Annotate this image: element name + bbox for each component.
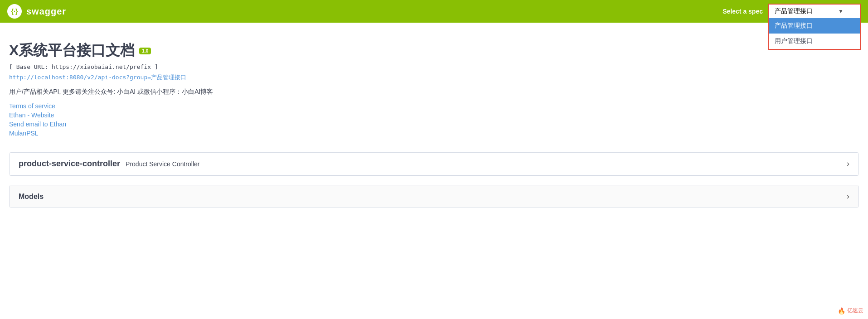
select-spec-label: Select a spec [723, 8, 763, 15]
api-docs-link[interactable]: http://localhost:8080/v2/api-docs?group=… [9, 74, 186, 81]
spec-dropdown-wrapper[interactable]: 产品管理接口 ▼ 产品管理接口 用户管理接口 [768, 4, 861, 19]
terms-of-service-link[interactable]: Terms of service [9, 102, 859, 110]
models-title: Models [19, 193, 44, 201]
controller-expand-icon: › [847, 159, 849, 169]
controller-description: Product Service Controller [126, 160, 199, 168]
spec-option-user[interactable]: 用户管理接口 [769, 34, 860, 49]
spec-dropdown-menu: 产品管理接口 用户管理接口 [768, 18, 861, 50]
api-title-row: X系统平台接口文档 1.0 [9, 41, 859, 61]
logo: {·} swagger [7, 4, 66, 19]
spec-select-button[interactable]: 产品管理接口 ▼ [769, 5, 860, 18]
models-expand-icon: › [847, 192, 849, 201]
api-title: X系统平台接口文档 [9, 41, 135, 61]
version-badge: 1.0 [139, 48, 151, 54]
license-link[interactable]: MulanPSL [9, 130, 859, 137]
swagger-title: swagger [26, 6, 66, 17]
models-header[interactable]: Models › [10, 185, 858, 208]
spec-selected-value: 产品管理接口 [775, 7, 813, 15]
chevron-down-icon: ▼ [838, 8, 844, 14]
header: {·} swagger Select a spec 产品管理接口 ▼ 产品管理接… [0, 0, 868, 23]
swagger-icon: {·} [7, 4, 22, 19]
controller-header[interactable]: product-service-controller Product Servi… [10, 153, 858, 175]
api-description: 用户/产品相关API, 更多请关注公众号: 小白AI 或微信小程序：小白AI博客 [9, 88, 859, 96]
base-url: [ Base URL: https://xiaobaiai.net/prefix… [9, 63, 859, 70]
ethan-website-link[interactable]: Ethan - Website [9, 111, 859, 119]
controller-section: product-service-controller Product Servi… [9, 152, 859, 176]
send-email-link[interactable]: Send email to Ethan [9, 121, 859, 128]
spec-option-product[interactable]: 产品管理接口 [769, 18, 860, 34]
api-title-section: X系统平台接口文档 1.0 [ Base URL: https://xiaoba… [9, 32, 859, 143]
controller-name: product-service-controller [19, 159, 120, 169]
models-section: Models › [9, 185, 859, 208]
main-content: X系统平台接口文档 1.0 [ Base URL: https://xiaoba… [0, 23, 868, 226]
controller-header-left: product-service-controller Product Servi… [19, 159, 199, 169]
header-right: Select a spec 产品管理接口 ▼ 产品管理接口 用户管理接口 [723, 4, 861, 19]
